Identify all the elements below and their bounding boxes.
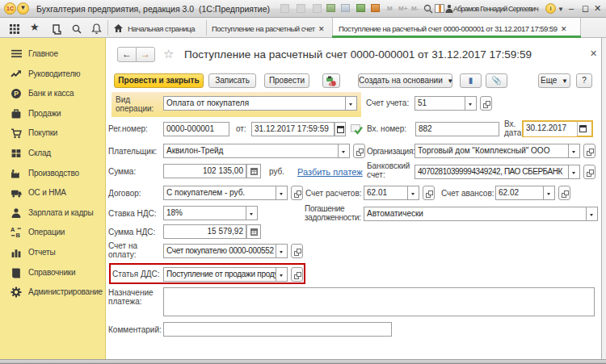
svg-text:B: B bbox=[15, 232, 20, 238]
svg-text:A: A bbox=[11, 227, 15, 233]
svg-text:P: P bbox=[14, 90, 19, 98]
